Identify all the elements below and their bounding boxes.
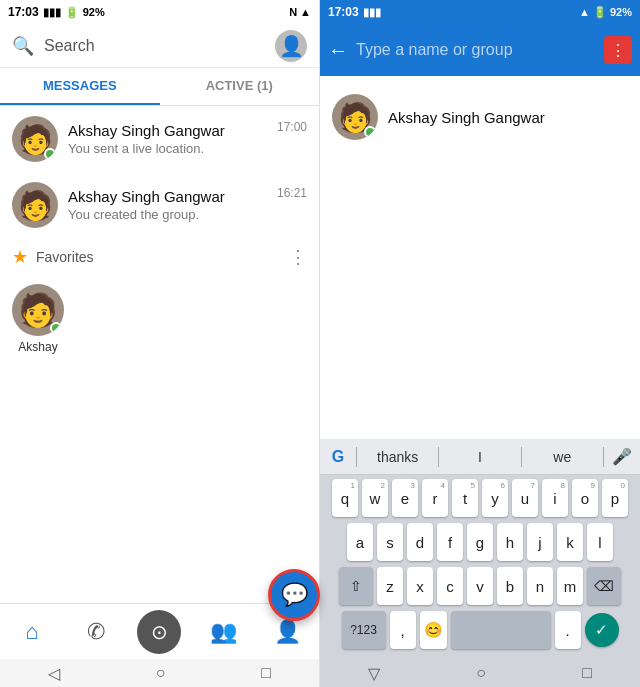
key-y[interactable]: y6	[482, 479, 508, 517]
contact-name-1: Akshay Singh Gangwar	[68, 122, 267, 139]
key-row-1: q1 w2 e3 r4 t5 y6 u7 i8 o9 p0	[322, 479, 638, 517]
message-item[interactable]: 🧑 Akshay Singh Gangwar You sent a live l…	[0, 106, 319, 172]
result-online	[364, 126, 376, 138]
result-name: Akshay Singh Gangwar	[388, 109, 545, 126]
more-options-icon[interactable]: ⋮	[289, 246, 307, 268]
delete-key[interactable]: ⌫	[587, 567, 621, 605]
key-c[interactable]: c	[437, 567, 463, 605]
suggestion-we[interactable]: we	[522, 449, 603, 465]
key-h[interactable]: h	[497, 523, 523, 561]
nav-calls[interactable]: ✆	[64, 619, 128, 645]
nav-people[interactable]: 👤	[255, 619, 319, 645]
favorites-section-header: ★ Favorites ⋮	[0, 238, 319, 276]
favorite-avatar: 🧑	[12, 284, 64, 336]
recents-sys-button[interactable]: □	[261, 664, 271, 682]
key-g[interactable]: g	[467, 523, 493, 561]
left-system-bar: ◁ ○ □	[0, 659, 319, 687]
back-button[interactable]: ←	[328, 39, 348, 62]
signal-icon: ▮▮▮	[43, 6, 61, 19]
message-item-2[interactable]: 🧑 Akshay Singh Gangwar You created the g…	[0, 172, 319, 238]
favorite-item[interactable]: 🧑 Akshay	[12, 284, 64, 354]
favorite-name: Akshay	[18, 340, 57, 354]
keyboard-suggestions: G thanks I we 🎤	[320, 439, 640, 475]
num-key[interactable]: ?123	[342, 611, 386, 649]
search-bar[interactable]: 🔍 Search 👤	[0, 24, 319, 68]
right-home-sys[interactable]: ○	[476, 664, 486, 682]
key-r[interactable]: r4	[422, 479, 448, 517]
name-search-input[interactable]	[356, 41, 596, 59]
keyboard-rows: q1 w2 e3 r4 t5 y6 u7 i8 o9 p0 a s d f g …	[320, 475, 640, 655]
key-p[interactable]: p0	[602, 479, 628, 517]
key-e[interactable]: e3	[392, 479, 418, 517]
nav-groups[interactable]: 👥	[191, 619, 255, 645]
key-m[interactable]: m	[557, 567, 583, 605]
options-icon: ⋮	[610, 41, 626, 60]
keyboard: G thanks I we 🎤 q1 w2 e3 r4 t5 y6 u7 i8 …	[320, 439, 640, 659]
options-button[interactable]: ⋮	[604, 36, 632, 64]
battery-pct-left: 92%	[83, 6, 105, 18]
left-status-bar: 17:03 ▮▮▮ 🔋 92% N ▲	[0, 0, 319, 24]
key-d[interactable]: d	[407, 523, 433, 561]
suggestion-i[interactable]: I	[439, 449, 520, 465]
camera-icon: ⊙	[151, 620, 168, 644]
search-label[interactable]: Search	[44, 37, 265, 55]
nav-home[interactable]: ⌂	[0, 619, 64, 645]
space-key[interactable]	[451, 611, 551, 649]
home-sys-button[interactable]: ○	[156, 664, 166, 682]
key-q[interactable]: q1	[332, 479, 358, 517]
right-time: 17:03	[328, 5, 359, 19]
key-v[interactable]: v	[467, 567, 493, 605]
tab-messages[interactable]: MESSAGES	[0, 68, 160, 105]
result-item[interactable]: 🧑 Akshay Singh Gangwar	[320, 84, 640, 150]
home-icon: ⌂	[25, 619, 38, 645]
emoji-key[interactable]: 😊	[420, 611, 447, 649]
left-panel: 17:03 ▮▮▮ 🔋 92% N ▲ 🔍 Search 👤 MESSAGES …	[0, 0, 320, 687]
online-indicator	[44, 148, 56, 160]
key-b[interactable]: b	[497, 567, 523, 605]
enter-key[interactable]: ✓	[585, 613, 619, 647]
star-icon: ★	[12, 246, 28, 268]
message-list: 🧑 Akshay Singh Gangwar You sent a live l…	[0, 106, 319, 603]
right-toolbar: ← ⋮	[320, 24, 640, 76]
key-row-3: ⇧ z x c v b n m ⌫	[322, 567, 638, 605]
key-x[interactable]: x	[407, 567, 433, 605]
message-preview-1: You sent a live location.	[68, 141, 267, 156]
key-j[interactable]: j	[527, 523, 553, 561]
key-i[interactable]: i8	[542, 479, 568, 517]
key-u[interactable]: u7	[512, 479, 538, 517]
right-status-bar: 17:03 ▮▮▮ ▲ 🔋 92%	[320, 0, 640, 24]
bottom-nav: ⌂ ✆ ⊙ 👥 👤	[0, 603, 319, 659]
tab-active[interactable]: ACTIVE (1)	[160, 68, 320, 105]
key-t[interactable]: t5	[452, 479, 478, 517]
key-s[interactable]: s	[377, 523, 403, 561]
suggestion-thanks[interactable]: thanks	[357, 449, 438, 465]
key-o[interactable]: o9	[572, 479, 598, 517]
key-n[interactable]: n	[527, 567, 553, 605]
message-time-1: 17:00	[277, 120, 307, 134]
message-info-2: Akshay Singh Gangwar You created the gro…	[68, 188, 267, 222]
period-key[interactable]: .	[555, 611, 581, 649]
right-signal: ▮▮▮	[363, 6, 381, 19]
favorites-list: 🧑 Akshay	[0, 276, 319, 362]
mic-icon[interactable]: 🎤	[604, 447, 640, 466]
right-battery-pct: 92%	[610, 6, 632, 18]
groups-icon: 👥	[210, 619, 237, 645]
avatar[interactable]: 👤	[275, 30, 307, 62]
key-f[interactable]: f	[437, 523, 463, 561]
right-system-bar: ▽ ○ □	[320, 659, 640, 687]
search-results: 🧑 Akshay Singh Gangwar	[320, 76, 640, 439]
contact-name-2: Akshay Singh Gangwar	[68, 188, 267, 205]
right-back-sys[interactable]: ▽	[368, 664, 380, 683]
nav-camera[interactable]: ⊙	[128, 610, 192, 654]
compose-fab-button[interactable]: 💬	[268, 569, 320, 621]
back-sys-button[interactable]: ◁	[48, 664, 60, 683]
key-w[interactable]: w2	[362, 479, 388, 517]
key-l[interactable]: l	[587, 523, 613, 561]
shift-key[interactable]: ⇧	[339, 567, 373, 605]
right-recents-sys[interactable]: □	[582, 664, 592, 682]
key-k[interactable]: k	[557, 523, 583, 561]
battery-left: 🔋	[65, 6, 79, 19]
comma-key[interactable]: ,	[390, 611, 416, 649]
key-z[interactable]: z	[377, 567, 403, 605]
key-a[interactable]: a	[347, 523, 373, 561]
